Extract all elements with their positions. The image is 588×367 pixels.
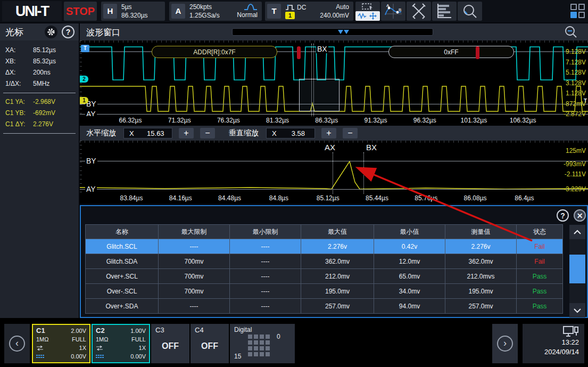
trigger-settings-button[interactable]: T DC 1 Auto 240.00mV [265,2,353,21]
divider [3,133,76,134]
scroll-down-button[interactable] [569,303,585,317]
scroll-position-marker[interactable] [338,30,350,34]
ch3-state: OFF [155,341,185,351]
hzoom-plus-button[interactable]: + [179,128,194,138]
cursor-panel-header: 光标 ? [0,23,79,40]
table-row[interactable]: Over-.SCL700mv----195.0mv34.0mv195.0mvPa… [86,284,567,299]
table-row[interactable]: Glitch.SDA700mv----362.0mv12.0mv362.0mvF… [86,254,567,269]
time-tick-label: 84.8µs [260,194,297,202]
svg-text:B: B [399,7,401,12]
search-tool-button[interactable] [458,2,482,21]
channel4-button[interactable]: C4 OFF [191,324,229,363]
ch2-position-badge[interactable]: 2 [80,76,88,83]
channel3-button[interactable]: C3 OFF [151,324,189,363]
cursor-ax-vline[interactable] [333,152,333,194]
marker-triangle-icon [338,30,343,34]
top-toolbar: UNI-T STOP H 5µs 86.320µs A 250kpts 1.25… [0,0,588,22]
cursor-ay-line[interactable] [80,189,588,190]
table-row[interactable]: Over+.SDA--------257.0mv94.0mv257.0mvPas… [86,299,567,314]
status-cell: Pass [516,283,563,299]
table-cell: 94.0mv [374,298,445,314]
dock-prev-button[interactable]: ‹ [4,324,30,363]
vzoom-plus-button[interactable]: + [321,128,336,138]
gear-icon[interactable] [45,26,57,38]
clock-time: 13:22 [528,338,579,347]
scroll-up-button[interactable] [569,225,585,239]
bus-error-marker [297,46,301,59]
hzoom-label: 水平缩放 [86,128,116,138]
table-scrollbar [569,225,585,317]
digital-channels-button[interactable]: Digital 0 15 [230,324,295,363]
ch1-position-badge[interactable]: 1 [80,97,88,104]
cursor-bx-vline[interactable] [363,152,364,194]
volt-tick-label: 3.128V [549,79,586,87]
waveform-measure-tool-button[interactable]: AB [381,2,405,21]
table-row[interactable]: Glitch.SCL--------2.276v0.42v2.276vFail [86,239,567,254]
digital-bit-square [260,340,264,345]
ch2-bandwidth: FULL [131,335,146,344]
scrollbar-thumb[interactable] [569,255,585,283]
layout-cell-active-icon [570,12,577,18]
vzoom-minus-button[interactable]: − [343,128,358,138]
a-acquire-mode: Normal [237,11,258,19]
panel-help-icon[interactable]: ? [557,209,569,222]
run-stop-button[interactable]: STOP [64,2,97,21]
cursor-row-label: C1 YA: [5,97,33,107]
table-cell: 195.0mv [445,283,517,299]
channel2-button[interactable]: C21.00V 1MΩFULL 1X 0.00V [92,324,150,363]
time-tick-label: 96.32µs [406,117,443,124]
time-tick-label: 85.44µs [359,194,396,202]
channel1-button[interactable]: C12.00V 1MΩFULL 1X 0.00V [32,324,90,363]
help-icon[interactable]: ? [62,26,74,38]
volt-tick-label: -872mV [549,100,586,108]
horizontal-settings-button[interactable]: H 5µs 86.320µs [101,2,165,21]
time-tick-label: 85.12µs [309,194,346,202]
volt-tick-label: -2.111V [549,170,586,178]
table-cell: ---- [158,298,230,314]
cursor-panel: 光标 ? XA:85.12µsXB:85.32µsΔX:200ns1/ΔX:5M… [0,23,79,318]
hzoom-value-box[interactable]: X 15.63 [123,128,172,138]
table-cell: 34.0mv [374,283,445,299]
zoom-selection-box[interactable] [299,79,339,111]
time-tick-label: 91.32µs [357,117,394,124]
close-icon[interactable]: ✕ [574,209,586,222]
ch4-state: OFF [195,341,225,351]
cursor-by-line[interactable] [80,161,588,161]
clock-date: 2024/09/14 [528,347,579,357]
histogram-tool-button[interactable] [432,2,457,21]
annotation-tool-button[interactable] [407,2,431,21]
system-status-button[interactable]: 13:22 2024/09/14 [523,324,584,363]
select-box-icon [361,3,374,10]
chevron-up-icon [573,230,582,235]
acquire-settings-button[interactable]: A 250kpts 1.25GSa/s Normal [169,2,262,21]
table-cell: 65.0mv [374,268,445,284]
dock-next-button[interactable]: › [492,324,518,363]
table-row[interactable]: Over+.SCL700mv----212.0mv65.0mv212.0mvsP… [86,269,567,284]
cursor-move-tool-button[interactable] [355,2,380,21]
h-offset: 86.320µs [121,11,148,20]
cursor-bx-label: BX [365,143,378,152]
t-coupling: DC [297,3,306,12]
trigger-position-flag[interactable]: T [81,45,89,52]
digital-label: Digital [234,326,291,333]
table-cell: 257.0mv [301,298,374,314]
display-layout-button[interactable] [570,4,585,19]
digital-first-line: 0 [277,333,280,340]
table-cell: 2.276v [301,239,374,254]
zoom-out-button[interactable] [563,25,579,39]
ch1-name: C1 [36,327,45,335]
ch2-name: C2 [96,327,105,335]
waveform-window-zoom: BY AY AX BX 125mV-993mV-2.111V-3.229V [80,141,588,194]
table-cell: 362.0mv [445,254,517,269]
cursor-panel-title: 光标 [5,26,45,38]
table-cell: Over-.SCL [85,283,159,299]
horizontal-position-scrollbar[interactable] [232,28,433,36]
cursor-ay-label: AY [85,185,97,193]
vzoom-value-box[interactable]: X 3.58 [266,128,315,138]
cursor-ay-line[interactable] [80,114,588,115]
scrollbar-track[interactable] [569,239,585,303]
table-header-cell: 最大限制 [158,224,230,239]
volt-tick-label: 9.128V [549,48,586,55]
hzoom-minus-button[interactable]: − [200,128,215,138]
h-timebase: 5µs [121,3,148,11]
